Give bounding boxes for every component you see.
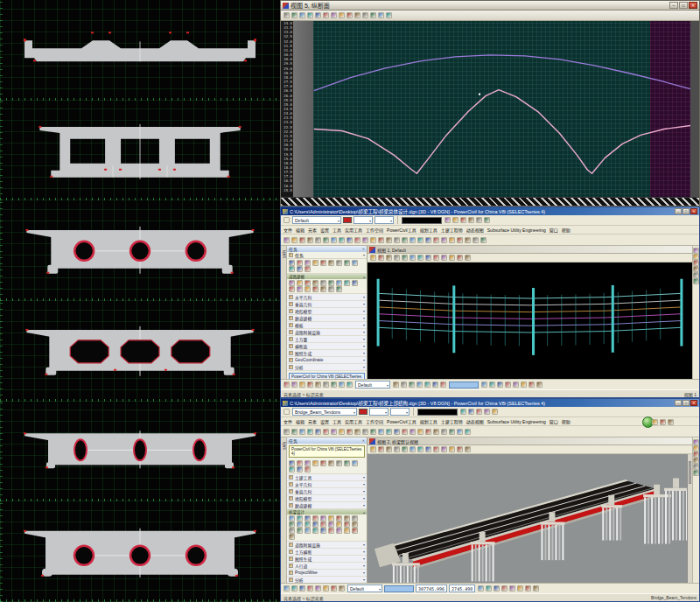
toolbar-icon[interactable]: [320, 286, 326, 292]
toolbar-icon[interactable]: [291, 585, 298, 592]
toolbar-icon[interactable]: [299, 585, 305, 592]
toolbar-icon[interactable]: [468, 409, 474, 415]
profile-window-titlebar[interactable]: 视图 5, 纵断面 – □ ✕: [281, 1, 699, 10]
toolbar-icon[interactable]: [344, 460, 350, 466]
toolbar-icon[interactable]: [304, 522, 311, 528]
toolbar-icon[interactable]: [289, 528, 295, 534]
toolbar-icon[interactable]: [378, 429, 384, 435]
toolbar-icon[interactable]: [457, 429, 463, 435]
toolbar-icon[interactable]: [304, 515, 311, 522]
toolbar-icon[interactable]: [693, 272, 699, 278]
toolbar-icon[interactable]: [457, 255, 463, 261]
toolbar-icon[interactable]: [320, 460, 326, 466]
toolbar-icon[interactable]: [402, 429, 408, 435]
toolbar-icon[interactable]: [441, 255, 447, 261]
toolbar-icon[interactable]: [346, 382, 353, 388]
toolbar-icon[interactable]: [484, 217, 490, 223]
menu-item[interactable]: 规划工具: [420, 418, 438, 424]
toolbar-icon[interactable]: [693, 464, 699, 470]
toolbar-icon[interactable]: [693, 445, 699, 452]
toolbar-icon[interactable]: [452, 217, 458, 223]
toolbar-icon[interactable]: [312, 260, 318, 266]
menu-item[interactable]: 元素: [308, 418, 317, 424]
pin-icon[interactable]: ✕: [362, 247, 365, 251]
task-section[interactable]: 模板 ▾: [287, 322, 367, 329]
toolbar-icon[interactable]: [320, 528, 326, 534]
menu-item[interactable]: 帮助: [562, 418, 570, 424]
toolbar-icon[interactable]: [444, 217, 451, 223]
cad-titlebar[interactable]: C:\Users\Administrator\Desktop\桥梁工程\桥梁总体…: [281, 207, 699, 215]
task-section[interactable]: ProjectWise ▾: [287, 570, 367, 577]
toolbar-icon[interactable]: [433, 237, 439, 243]
toolbar-icon[interactable]: [517, 585, 523, 592]
toolbar-icon[interactable]: [291, 12, 298, 18]
toolbar-icon[interactable]: [297, 466, 303, 472]
toolbar-icon[interactable]: [362, 237, 368, 243]
toolbar-icon[interactable]: [344, 528, 350, 534]
toolbar-icon[interactable]: [449, 255, 455, 261]
view-titlebar[interactable]: 视图 2, 桥梁默认视图: [368, 438, 692, 445]
toolbar-icon[interactable]: [370, 446, 376, 452]
toolbar-icon[interactable]: [394, 237, 400, 243]
toolbar-icon[interactable]: [476, 217, 482, 223]
toolbar-icon[interactable]: [460, 409, 466, 415]
toolbar-icon[interactable]: [386, 12, 392, 18]
cross-section-viewport-2[interactable]: [0, 101, 280, 201]
toolbar-icon[interactable]: [344, 522, 350, 528]
toolbar-icon[interactable]: [328, 280, 334, 286]
toolbar-icon[interactable]: [476, 409, 482, 415]
toolbar-icon[interactable]: [386, 446, 392, 452]
toolbar-icon[interactable]: [501, 585, 508, 592]
toolbar-icon[interactable]: [472, 237, 479, 243]
menu-item[interactable]: 工具: [332, 227, 341, 233]
toolbar-icon[interactable]: [291, 382, 298, 388]
toolbar-icon[interactable]: [441, 237, 447, 243]
cad-titlebar[interactable]: C:\Users\Administrator\Desktop\桥梁工程\桥梁上部…: [281, 399, 699, 407]
active-level-dropdown[interactable]: Bridge_Beam_Tendons: [292, 408, 357, 416]
toolbar-icon[interactable]: [693, 439, 699, 445]
toolbar-icon[interactable]: [312, 286, 318, 292]
toolbar-icon[interactable]: [323, 429, 329, 435]
task-section[interactable]: GeoCoordinate ▾: [287, 357, 367, 364]
toolbar-icon[interactable]: [336, 515, 342, 522]
cross-section-viewport-5[interactable]: [0, 402, 280, 502]
toolbar-icon[interactable]: [289, 466, 295, 472]
toolbar-icon[interactable]: [291, 429, 298, 435]
toolbar-icon[interactable]: [449, 237, 455, 243]
task-section[interactable]: 土方量 ▾: [287, 336, 367, 343]
toolbar-icon[interactable]: [331, 429, 337, 435]
toolbar-icon[interactable]: [323, 382, 329, 388]
toolbar-icon[interactable]: [410, 446, 416, 452]
toolbar-icon[interactable]: [312, 460, 318, 466]
toolbar-icon[interactable]: [336, 280, 342, 286]
toolbar-icon[interactable]: [513, 382, 519, 388]
toolbar-icon[interactable]: [289, 280, 295, 286]
toolbar-icon[interactable]: [336, 260, 342, 266]
toolbar-icon[interactable]: [297, 515, 303, 522]
toolbar-icon[interactable]: [320, 515, 326, 522]
task-section[interactable]: 地形模型 ▾: [287, 308, 367, 315]
toolbar-icon[interactable]: [312, 280, 318, 286]
toolbar-icon[interactable]: [320, 280, 326, 286]
toolbar-icon[interactable]: [386, 255, 392, 261]
toolbar-icon[interactable]: [344, 515, 350, 522]
toolbar-icon[interactable]: [370, 429, 376, 435]
maximize-button[interactable]: □: [682, 400, 690, 406]
x-coordinate-field[interactable]: 307745.096: [416, 584, 447, 592]
toolbar-icon[interactable]: [509, 585, 515, 592]
menu-item[interactable]: 窗口: [550, 418, 558, 424]
toolbar-icon[interactable]: [378, 237, 384, 243]
snap-mode-dropdown[interactable]: Default: [347, 584, 382, 592]
toolbar-icon[interactable]: [410, 255, 416, 261]
toolbar-icon[interactable]: [307, 585, 313, 592]
task-section[interactable]: 土方横断 ▾: [287, 549, 367, 556]
toolbar-icon[interactable]: [284, 12, 290, 18]
toolbar-icon[interactable]: [410, 237, 416, 243]
toolbar-icon[interactable]: [297, 266, 303, 272]
toolbar-icon[interactable]: [299, 429, 305, 435]
toolbar-icon[interactable]: [402, 255, 408, 261]
toolbar-icon[interactable]: [424, 382, 430, 388]
toolbar-icon[interactable]: [320, 522, 326, 528]
toolbar-icon[interactable]: [344, 280, 350, 286]
toolbar-icon[interactable]: [284, 429, 290, 435]
